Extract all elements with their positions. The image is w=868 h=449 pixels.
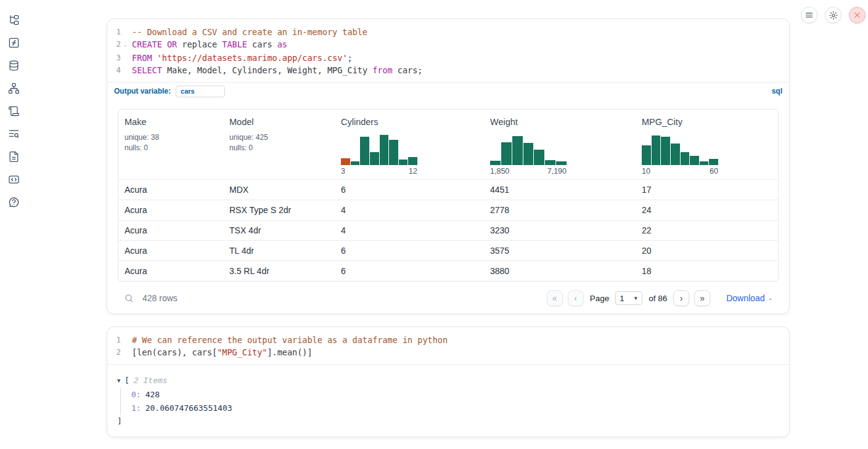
- column-header-cylinders[interactable]: Cylinders 3 12: [335, 110, 484, 179]
- axis-min-label: 10: [642, 167, 650, 176]
- histogram-bar: [523, 143, 534, 165]
- code-token: cars;: [393, 65, 423, 75]
- table-cell: Acura: [118, 246, 223, 256]
- histogram-bar: [512, 136, 523, 165]
- table-cell: 4: [335, 205, 484, 215]
- table-row[interactable]: AcuraRSX Type S 2dr4277824: [118, 200, 778, 220]
- scratchpad-icon[interactable]: [7, 105, 20, 117]
- code-token: # We can reference the output variable a…: [132, 335, 448, 345]
- histogram-bars: [341, 133, 417, 165]
- fold-chevron-icon[interactable]: ⌄: [121, 38, 129, 52]
- histogram-bar: [681, 152, 690, 165]
- settings-button[interactable]: [825, 7, 841, 23]
- histogram-bar: [490, 161, 501, 165]
- table-cell: 4451: [484, 185, 636, 195]
- column-name: MPG_City: [642, 117, 772, 127]
- search-icon[interactable]: [124, 293, 134, 304]
- code-token: [len(cars), cars[: [132, 347, 217, 357]
- column-name: Cylinders: [341, 117, 478, 127]
- chevron-down-icon: ⌄: [768, 295, 772, 301]
- list-item: 1:20.060747663551403: [131, 402, 779, 415]
- histogram-axis-labels: 3 12: [341, 167, 417, 176]
- item-value: 428: [145, 390, 160, 399]
- python-code-editor[interactable]: 1 # We can reference the output variable…: [107, 327, 789, 364]
- histogram-bar: [671, 144, 680, 165]
- table-cell: 22: [636, 225, 778, 235]
- download-button[interactable]: Download ⌄: [726, 293, 772, 303]
- prev-page-button[interactable]: ‹: [568, 290, 584, 306]
- close-bracket: ]: [117, 416, 779, 426]
- snippets-icon[interactable]: [7, 173, 20, 185]
- code-token: CREATE OR: [132, 39, 177, 49]
- open-bracket: [: [125, 374, 129, 387]
- shutdown-button[interactable]: [849, 7, 866, 23]
- logs-search-icon[interactable]: [7, 127, 20, 140]
- code-line: 3 FROM 'https://datasets.marimo.app/cars…: [107, 52, 789, 64]
- chevron-down-icon: ▼: [633, 296, 638, 301]
- documentation-icon[interactable]: [7, 150, 20, 163]
- output-variable-input[interactable]: cars: [176, 86, 225, 97]
- last-page-button[interactable]: »: [694, 290, 710, 306]
- axis-max-label: 7,190: [547, 167, 567, 176]
- table-body: AcuraMDX6445117AcuraRSX Type S 2dr427782…: [118, 179, 778, 281]
- sql-code-editor[interactable]: 1 -- Download a CSV and create an in-mem…: [107, 19, 789, 82]
- code-content: FROM 'https://datasets.marimo.app/cars.c…: [132, 52, 353, 64]
- code-token: FROM: [132, 53, 152, 63]
- stat-nulls: nulls: 0: [125, 143, 217, 153]
- line-number: 1: [107, 334, 121, 346]
- language-badge: sql: [772, 87, 782, 95]
- dependency-graph-icon[interactable]: [7, 82, 20, 94]
- code-token: ].mean()]: [267, 347, 312, 357]
- item-index: 0:: [131, 390, 141, 399]
- table-header: Make unique: 38 nulls: 0 Model unique: 4…: [118, 110, 778, 179]
- axis-max-label: 60: [710, 167, 718, 176]
- collapse-chevron-icon[interactable]: ▼: [117, 374, 125, 387]
- help-icon[interactable]: [7, 196, 20, 208]
- column-header-make[interactable]: Make unique: 38 nulls: 0: [118, 110, 223, 179]
- code-content: -- Download a CSV and create an in-memor…: [132, 26, 367, 38]
- table-row[interactable]: AcuraTSX 4dr4323022: [118, 220, 778, 240]
- column-header-weight[interactable]: Weight 1,850 7,190: [484, 110, 636, 179]
- table-cell: 3.5 RL 4dr: [223, 266, 335, 276]
- code-content: [len(cars), cars["MPG_City"].mean()]: [132, 346, 313, 358]
- code-token: Make, Model, Cylinders, Weight, MPG_City: [162, 65, 372, 75]
- table-cell: 20: [636, 246, 778, 256]
- table-row[interactable]: AcuraMDX6445117: [118, 179, 778, 200]
- code-token: as: [277, 39, 287, 49]
- column-header-model[interactable]: Model unique: 425 nulls: 0: [223, 110, 335, 179]
- code-token: [152, 53, 157, 63]
- column-header-mpg-city[interactable]: MPG_City 10 60: [636, 110, 778, 179]
- notebook-area: 1 -- Download a CSV and create an in-mem…: [107, 0, 790, 437]
- code-token: cars: [247, 39, 277, 49]
- file-tree-icon[interactable]: [7, 14, 20, 26]
- stat-unique: unique: 38: [125, 132, 217, 143]
- table-row[interactable]: AcuraTL 4dr6357520: [118, 240, 778, 261]
- menu-button[interactable]: [801, 7, 817, 23]
- page-select-value: 1: [620, 294, 624, 303]
- line-number: 1: [107, 26, 121, 38]
- histogram-bar: [360, 137, 369, 165]
- code-token: SELECT: [132, 65, 162, 75]
- table-row[interactable]: Acura3.5 RL 4dr6388018: [118, 261, 778, 281]
- item-value: 20.060747663551403: [145, 403, 232, 413]
- datasources-icon[interactable]: [7, 59, 20, 71]
- first-page-button[interactable]: «: [547, 290, 563, 306]
- page-select[interactable]: 1 ▼: [615, 291, 642, 305]
- column-name: Make: [125, 117, 217, 127]
- code-content: CREATE OR replace TABLE cars as: [132, 38, 287, 52]
- weight-histogram: 1,850 7,190: [490, 133, 567, 176]
- histogram-bar: [534, 150, 544, 165]
- column-name: Model: [229, 117, 329, 127]
- functions-icon[interactable]: [7, 36, 20, 49]
- next-page-button[interactable]: ›: [673, 290, 689, 306]
- mpg-city-histogram: 10 60: [642, 133, 718, 176]
- table-cell: TL 4dr: [223, 246, 335, 256]
- histogram-axis-labels: 10 60: [642, 167, 718, 176]
- code-token: replace: [177, 39, 222, 49]
- histogram-bar: [642, 145, 651, 165]
- item-index: 1:: [131, 403, 141, 413]
- axis-max-label: 12: [409, 167, 417, 176]
- column-name: Weight: [490, 117, 629, 127]
- page-label: Page: [590, 294, 610, 303]
- stat-unique: unique: 425: [229, 132, 329, 143]
